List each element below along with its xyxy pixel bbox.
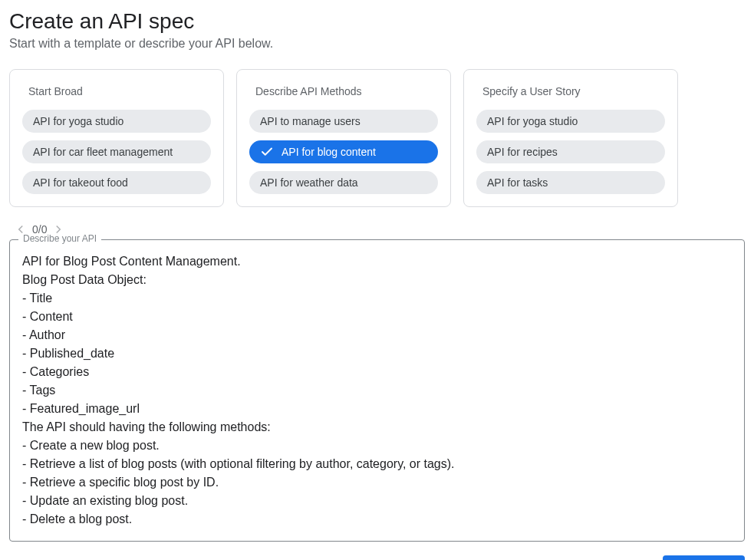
template-card: Describe API MethodsAPI to manage usersA… — [236, 69, 451, 207]
chip-label: API to manage users — [260, 115, 361, 127]
chip-label: API for weather data — [260, 176, 358, 189]
template-chip[interactable]: API for yoga studio — [22, 110, 211, 133]
check-icon — [260, 145, 274, 159]
template-chip[interactable]: API for weather data — [249, 171, 438, 194]
page-subtitle: Start with a template or describe your A… — [9, 37, 745, 51]
template-chip[interactable]: API to manage users — [249, 110, 438, 133]
template-chip[interactable]: API for blog content — [249, 140, 438, 163]
card-title: Describe API Methods — [249, 85, 438, 97]
chip-label: API for car fleet management — [33, 146, 173, 158]
template-card: Start BroadAPI for yoga studioAPI for ca… — [9, 69, 224, 207]
card-title: Specify a User Story — [476, 85, 665, 97]
template-chip[interactable]: API for yoga studio — [476, 110, 665, 133]
template-chip[interactable]: API for car fleet management — [22, 140, 211, 163]
template-chip[interactable]: API for takeout food — [22, 171, 211, 194]
pager: 0/0 — [9, 222, 745, 236]
describe-api-field-wrap: Describe your API API for Blog Post Cont… — [9, 239, 745, 542]
template-card: Specify a User StoryAPI for yoga studioA… — [463, 69, 678, 207]
chip-label: API for takeout food — [33, 176, 128, 189]
chip-label: API for blog content — [282, 146, 376, 158]
footer: Create — [9, 555, 745, 560]
chip-label: API for yoga studio — [487, 115, 578, 127]
template-chip[interactable]: API for tasks — [476, 171, 665, 194]
page-title: Create an API spec — [9, 9, 745, 34]
template-chip[interactable]: API for recipes — [476, 140, 665, 163]
describe-api-input[interactable]: API for Blog Post Content Management. Bl… — [9, 239, 745, 542]
describe-api-label: Describe your API — [18, 233, 101, 244]
create-button[interactable]: Create — [663, 555, 745, 560]
chip-label: API for recipes — [487, 146, 558, 158]
card-title: Start Broad — [22, 85, 211, 97]
chip-label: API for tasks — [487, 176, 548, 189]
template-cards-row: Start BroadAPI for yoga studioAPI for ca… — [9, 69, 745, 207]
chip-label: API for yoga studio — [33, 115, 123, 127]
